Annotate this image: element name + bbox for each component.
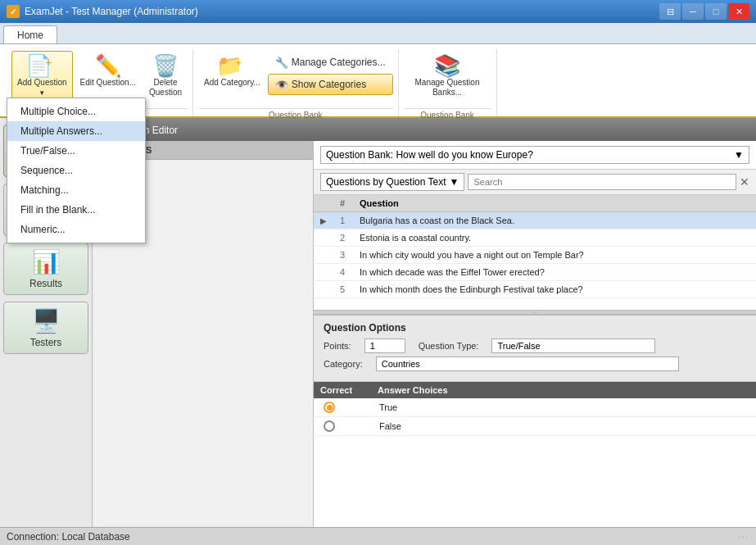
- manage-qbank-icon: 📚: [434, 55, 460, 76]
- content-split: SUESTIONS History Question Bank: How wel…: [93, 141, 756, 527]
- table-row[interactable]: ▶ 1 Bulgaria has a coast on the Black Se…: [314, 212, 756, 229]
- expand-col-header: [314, 195, 333, 212]
- close-button[interactable]: ✕: [728, 3, 749, 20]
- search-clear-button[interactable]: ✕: [740, 175, 749, 188]
- question-type-input[interactable]: [491, 338, 655, 353]
- search-input[interactable]: [468, 174, 736, 190]
- show-categories-icon: 👁️: [275, 79, 288, 91]
- row-question: Estonia is a coastal country.: [353, 229, 756, 247]
- answer-rows: True False: [314, 398, 756, 436]
- add-category-icon: 📁+: [216, 55, 248, 76]
- answer-row: False: [314, 417, 756, 436]
- choices-col-header: Answer Choices: [378, 385, 448, 395]
- title-bar: ✓ ExamJet - Test Manager (Administrator)…: [0, 0, 756, 23]
- points-label: Points:: [324, 341, 351, 351]
- question-col-header: Question: [353, 195, 756, 212]
- add-question-dropdown-arrow[interactable]: ▼: [38, 89, 45, 97]
- row-num: 3: [333, 247, 353, 264]
- answer-radio[interactable]: [324, 402, 335, 413]
- manage-question-banks-button[interactable]: 📚 Manage QuestionBanks...: [410, 51, 486, 108]
- editor-header: QQuestion Editor: [93, 118, 756, 141]
- row-num: 5: [333, 281, 353, 298]
- manage-categories-button[interactable]: 🔧 Manage Categories...: [268, 52, 393, 72]
- answer-row: True: [314, 398, 756, 417]
- answer-text: True: [379, 402, 397, 412]
- points-input[interactable]: [364, 338, 405, 353]
- search-type-dropdown[interactable]: Questions by Question Text ▼: [320, 173, 464, 191]
- menu-multiple-answers[interactable]: Multiple Answers...: [7, 121, 145, 141]
- status-dots: ···: [738, 533, 749, 541]
- menu-sequence[interactable]: Sequence...: [7, 161, 145, 180]
- row-question: In which city would you have a night out…: [353, 247, 756, 264]
- row-num: 4: [333, 264, 353, 281]
- window-controls: ⊟ ─ □ ✕: [659, 3, 749, 20]
- table-row[interactable]: 3 In which city would you have a night o…: [314, 247, 756, 264]
- category-small-buttons: 🔧 Manage Categories... 👁️ Category: Show…: [268, 51, 393, 95]
- table-row[interactable]: 5 In which month does the Edinburgh Fest…: [314, 281, 756, 298]
- category-label: Category:: [324, 359, 363, 369]
- qb-selector: Question Bank: How well do you know Euro…: [314, 141, 756, 170]
- row-num: 1: [333, 212, 353, 229]
- answer-area: Correct Answer Choices True False: [314, 381, 756, 527]
- results-icon: 📊: [32, 248, 61, 275]
- app-icon: ✓: [7, 5, 20, 18]
- table-row[interactable]: 4 In which decade was the Eiffel Tower e…: [314, 264, 756, 281]
- table-row[interactable]: 2 Estonia is a coastal country.: [314, 229, 756, 247]
- correct-col-header: Correct: [320, 385, 378, 395]
- row-question: Bulgaria has a coast on the Black Sea.: [353, 212, 756, 229]
- category-input[interactable]: [376, 357, 679, 371]
- add-question-icon: 📄+: [25, 55, 58, 76]
- menu-true-false[interactable]: True/False...: [7, 141, 145, 161]
- question-panel: Question Bank: How well do you know Euro…: [314, 141, 756, 527]
- answer-radio[interactable]: [324, 420, 335, 432]
- row-num: 2: [333, 229, 353, 247]
- row-question: In which month does the Edinburgh Festiv…: [353, 281, 756, 298]
- manage-categories-icon: 🔧: [275, 57, 288, 69]
- show-categories-button[interactable]: 👁️ Category: Show Categories: [268, 74, 393, 95]
- search-bar: Questions by Question Text ▼ ✕: [314, 170, 756, 195]
- results-button[interactable]: 📊 Results: [3, 243, 88, 295]
- testers-icon: 🖥️: [32, 307, 61, 334]
- add-category-button[interactable]: 📁+ Add Category...: [198, 51, 266, 108]
- right-panel: QQuestion Editor SUESTIONS History Quest…: [93, 118, 756, 527]
- edit-question-icon: ✏️: [95, 55, 121, 76]
- minimize-button[interactable]: ─: [682, 3, 704, 20]
- num-col-header: #: [333, 195, 353, 212]
- qb-dropdown-arrow: ▼: [734, 149, 744, 161]
- tab-bar: Home: [0, 23, 756, 44]
- question-options-title: Question Options: [324, 322, 746, 334]
- status-bar: Connection: Local Database ···: [0, 527, 756, 545]
- testers-button[interactable]: 🖥️ Testers: [3, 302, 88, 354]
- add-question-dropdown-menu: Multiple Choice... Multiple Answers... T…: [7, 98, 146, 243]
- menu-numeric[interactable]: Numeric...: [7, 220, 145, 239]
- answer-header: Correct Answer Choices: [314, 382, 756, 398]
- question-bank-dropdown[interactable]: Question Bank: How well do you know Euro…: [320, 146, 749, 164]
- question-table: # Question ▶ 1 Bulgaria has a coast on t…: [314, 195, 756, 310]
- menu-multiple-choice[interactable]: Multiple Choice...: [7, 102, 145, 121]
- menu-matching[interactable]: Matching...: [7, 180, 145, 200]
- tab-home[interactable]: Home: [3, 25, 57, 43]
- search-type-arrow: ▼: [450, 176, 459, 188]
- window-title: ExamJet - Test Manager (Administrator): [25, 6, 198, 17]
- type-label: Question Type:: [419, 341, 479, 351]
- question-options: Question Options Points: Question Type: …: [314, 315, 756, 381]
- delete-question-button[interactable]: 🗑️ DeleteQuestion: [143, 51, 188, 108]
- menu-fill-blank[interactable]: Fill in the Blank...: [7, 200, 145, 220]
- maximize-button[interactable]: □: [705, 3, 727, 20]
- answer-text: False: [379, 421, 401, 431]
- ribbon-group-category: 📁+ Add Category... 🔧 Manage Categories..…: [193, 49, 398, 116]
- row-question: In which decade was the Eiffel Tower ere…: [353, 264, 756, 281]
- questions-table: # Question ▶ 1 Bulgaria has a coast on t…: [314, 195, 756, 298]
- delete-question-icon: 🗑️: [152, 55, 179, 76]
- expand-arrow[interactable]: ▶: [320, 216, 327, 225]
- restore-button[interactable]: ⊟: [659, 3, 681, 20]
- ribbon-group-qbank: 📚 Manage QuestionBanks... Question Bank: [399, 49, 497, 116]
- connection-status: Connection: Local Database: [7, 531, 130, 543]
